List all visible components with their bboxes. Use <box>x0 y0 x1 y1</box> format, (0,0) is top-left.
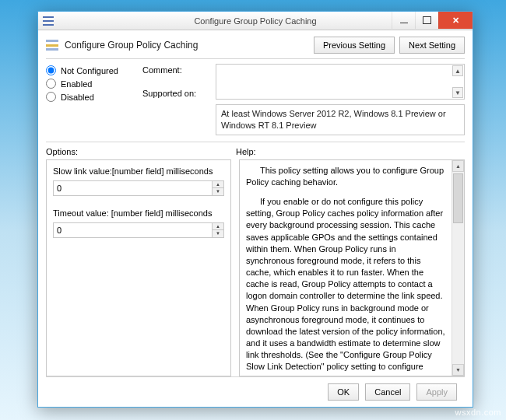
maximize-button[interactable] <box>415 12 438 29</box>
timeout-spinner: ▲ ▼ <box>53 222 224 238</box>
options-label: Options: <box>46 147 236 156</box>
help-paragraph: This policy setting allows you to config… <box>246 165 445 188</box>
radio-disabled-input[interactable] <box>46 92 56 102</box>
radio-not-configured-input[interactable] <box>46 65 56 75</box>
separator <box>46 142 465 142</box>
dialog-body: Not Configured Enabled Disabled Comment:… <box>38 59 473 407</box>
comment-field[interactable] <box>216 65 452 99</box>
close-button[interactable] <box>438 12 473 29</box>
ok-button[interactable]: OK <box>328 383 359 401</box>
nav-buttons: Previous Setting Next Setting <box>314 37 465 54</box>
dialog-footer: OK Cancel Apply <box>46 376 465 407</box>
slow-link-up[interactable]: ▲ <box>213 181 223 189</box>
previous-setting-button[interactable]: Previous Setting <box>314 37 395 54</box>
panels: Slow link value:[number field] milliseco… <box>46 159 465 376</box>
scroll-thumb[interactable] <box>453 173 463 223</box>
comment-field-wrap: ▲ ▼ <box>216 64 465 100</box>
comment-label: Comment: <box>142 65 205 75</box>
apply-button[interactable]: Apply <box>416 383 457 401</box>
timeout-label: Timeout value: [number field] millisecon… <box>53 208 224 218</box>
radio-not-configured-label: Not Configured <box>61 66 118 75</box>
radio-not-configured[interactable]: Not Configured <box>46 65 132 75</box>
radio-enabled[interactable]: Enabled <box>46 79 132 89</box>
timeout-up[interactable]: ▲ <box>213 223 223 231</box>
scroll-up-icon[interactable]: ▲ <box>452 160 464 172</box>
field-labels: Comment: Supported on: <box>142 64 205 135</box>
timeout-input[interactable] <box>54 223 212 237</box>
config-row: Not Configured Enabled Disabled Comment:… <box>46 59 465 137</box>
slow-link-label: Slow link value:[number field] milliseco… <box>53 166 224 176</box>
slow-link-input[interactable] <box>54 181 212 195</box>
options-panel: Slow link value:[number field] milliseco… <box>46 159 231 376</box>
scroll-up-icon[interactable]: ▲ <box>452 65 463 76</box>
section-labels: Options: Help: <box>46 145 465 159</box>
app-icon <box>43 16 54 26</box>
page-title: Configure Group Policy Caching <box>65 40 198 51</box>
radio-disabled-label: Disabled <box>61 93 94 102</box>
slow-link-down[interactable]: ▼ <box>213 188 223 195</box>
help-text: This policy setting allows you to config… <box>240 160 452 376</box>
dialog-window: Configure Group Policy Caching Configure… <box>37 11 473 408</box>
radio-disabled[interactable]: Disabled <box>46 92 132 102</box>
state-radios: Not Configured Enabled Disabled <box>46 64 132 135</box>
next-setting-button[interactable]: Next Setting <box>399 37 465 54</box>
window-controls <box>392 12 473 29</box>
titlebar[interactable]: Configure Group Policy Caching <box>38 12 473 30</box>
help-paragraph: If you enable or do not configure this p… <box>246 196 445 376</box>
minimize-button[interactable] <box>392 12 415 29</box>
help-scrollbar[interactable]: ▲ ▼ <box>452 160 464 376</box>
slow-link-spinner: ▲ ▼ <box>53 180 224 196</box>
help-label: Help: <box>236 147 256 156</box>
timeout-down[interactable]: ▼ <box>213 230 223 237</box>
scroll-down-icon[interactable]: ▼ <box>452 87 463 98</box>
policy-icon <box>46 40 58 51</box>
supported-on-value: At least Windows Server 2012 R2, Windows… <box>216 104 465 135</box>
radio-enabled-label: Enabled <box>61 79 92 89</box>
watermark: wsxdn.com <box>455 408 501 417</box>
supported-on-label: Supported on: <box>142 89 205 98</box>
field-values: ▲ ▼ At least Windows Server 2012 R2, Win… <box>216 64 465 135</box>
header-row: Configure Group Policy Caching Previous … <box>38 30 473 58</box>
scroll-down-icon[interactable]: ▼ <box>452 364 464 376</box>
cancel-button[interactable]: Cancel <box>365 383 410 401</box>
scroll-track[interactable] <box>452 172 464 364</box>
help-panel: This policy setting allows you to config… <box>239 159 465 376</box>
radio-enabled-input[interactable] <box>46 79 56 89</box>
